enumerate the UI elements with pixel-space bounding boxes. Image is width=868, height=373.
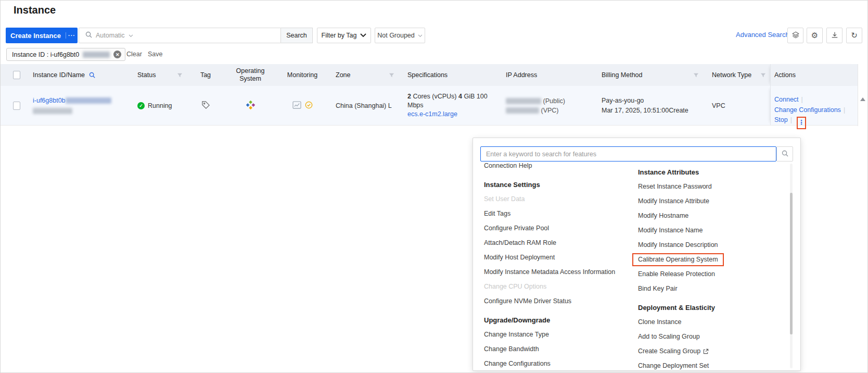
- filter-by-tag-button[interactable]: Filter by Tag: [317, 28, 371, 43]
- menu-item-modify-instance-description[interactable]: Modify Instance Description: [638, 238, 788, 252]
- search-scope-selector[interactable]: Automatic: [96, 32, 125, 39]
- row-checkbox-cell: [1, 86, 20, 125]
- search-icon: [782, 150, 788, 158]
- status-text: Running: [148, 102, 172, 109]
- billing-method-cell: Pay-as-you-go Mar 17, 2025, 10:51:00Crea…: [593, 86, 703, 125]
- menu-item-create-scaling-group[interactable]: Create Scaling Group: [638, 344, 788, 358]
- public-ip-label: (Public): [543, 97, 565, 105]
- zone-cell: China (Shanghai) L: [328, 86, 399, 125]
- group-mode-dropdown[interactable]: Not Grouped: [375, 28, 425, 43]
- more-actions-button[interactable]: ⋮: [797, 117, 806, 129]
- menu-item-attach-detach-ram-role[interactable]: Attach/Detach RAM Role: [484, 235, 634, 250]
- change-configurations-action-link[interactable]: Change Configurations: [774, 106, 841, 114]
- ip-address-cell: (Public) (VPC): [497, 86, 593, 125]
- menu-item-add-to-scaling-group[interactable]: Add to Scaling Group: [638, 329, 788, 344]
- filter-chip-label: Instance ID : i-uf6g8bt0: [12, 51, 79, 58]
- actions-cell: Connect| Change Configurations| Stop|⋮: [770, 86, 858, 125]
- menu-item-configure-private-pool[interactable]: Configure Private Pool: [484, 221, 634, 235]
- menu-item-change-instance-type[interactable]: Change Instance Type: [484, 327, 634, 342]
- advanced-search-link[interactable]: Advanced Search: [736, 31, 789, 39]
- billing-method: Pay-as-you-go: [602, 96, 703, 106]
- tag-icon[interactable]: [201, 101, 210, 111]
- menu-item-reset-instance-password[interactable]: Reset Instance Password: [638, 179, 788, 194]
- row-checkbox[interactable]: [13, 102, 20, 110]
- save-filters-link[interactable]: Save: [148, 51, 163, 58]
- settings-button[interactable]: ⚙: [807, 28, 823, 43]
- instance-table-row: i-uf6g8bt0b ✓ Running: [1, 86, 858, 126]
- menu-item-connection-help[interactable]: Connection Help: [484, 158, 634, 173]
- column-header-ip-address: IP Address: [497, 64, 593, 86]
- redacted-instance-id-suffix: [66, 97, 111, 104]
- column-header-network-type: Network Type: [703, 64, 770, 86]
- running-status-icon: ✓: [137, 102, 145, 109]
- menu-item-calibrate-operating-system[interactable]: Calibrate Operating System: [638, 252, 788, 267]
- chevron-down-icon: [418, 32, 423, 39]
- network-type-text: VPC: [712, 102, 770, 109]
- menu-item-change-deployment-set[interactable]: Change Deployment Set: [638, 358, 788, 373]
- menu-item-modify-host-deployment[interactable]: Modify Host Deployment: [484, 250, 634, 265]
- security-check-icon[interactable]: [305, 101, 313, 110]
- menu-item-change-bandwidth[interactable]: Change Bandwidth: [484, 342, 634, 356]
- create-instance-button[interactable]: Create Instance: [6, 32, 66, 40]
- column-header-actions: Actions: [770, 64, 858, 86]
- table-header-row: Instance ID/NameStatusTagOperating Syste…: [1, 64, 858, 86]
- dropdown-left-column: Connection HelpInstance SettingsSet User…: [484, 158, 634, 371]
- menu-item-modify-instance-name[interactable]: Modify Instance Name: [638, 223, 788, 238]
- operating-system-cell: [224, 86, 276, 125]
- stop-action-link[interactable]: Stop: [774, 116, 788, 123]
- dropdown-right-column: Instance AttributesReset Instance Passwo…: [638, 160, 788, 373]
- search-button[interactable]: Search: [281, 28, 313, 43]
- monitoring-cell: [276, 86, 328, 125]
- menu-item-change-configurations[interactable]: Change Configurations: [484, 356, 634, 371]
- menu-item-bind-key-pair[interactable]: Bind Key Pair: [638, 281, 788, 296]
- filter-funnel-icon[interactable]: [177, 72, 183, 78]
- spec-summary: 2 Cores (vCPUs) 4 GiB 100 Mbps: [407, 92, 492, 110]
- column-header-billing-method: Billing Method: [593, 64, 703, 86]
- refresh-button[interactable]: ↻: [846, 28, 862, 43]
- filter-funnel-icon[interactable]: [693, 72, 699, 78]
- instance-id-link[interactable]: i-uf6g8bt0b: [33, 95, 124, 106]
- external-link-icon: [703, 349, 709, 354]
- menu-item-enable-release-protection[interactable]: Enable Release Protection: [638, 267, 788, 281]
- download-icon: [831, 31, 838, 40]
- filter-funnel-icon[interactable]: [389, 72, 394, 78]
- zone-text: China (Shanghai) L: [336, 102, 399, 109]
- menu-item-modify-instance-attribute[interactable]: Modify Instance Attribute: [638, 194, 788, 208]
- dropdown-scrollbar-thumb[interactable]: [790, 193, 793, 334]
- menu-item-edit-tags[interactable]: Edit Tags: [484, 206, 634, 221]
- specifications-cell: 2 Cores (vCPUs) 4 GiB 100 Mbps ecs.e-c1m…: [399, 86, 497, 125]
- column-header-tag: Tag: [187, 64, 224, 86]
- close-icon[interactable]: ✕: [113, 51, 121, 58]
- clear-filters-link[interactable]: Clear: [126, 51, 142, 58]
- layers-icon: [792, 31, 799, 40]
- menu-item-modify-hostname[interactable]: Modify Hostname: [638, 208, 788, 223]
- column-header-operating-system: Operating System: [224, 64, 276, 86]
- export-button[interactable]: [826, 28, 843, 43]
- redacted-instance-name: [33, 108, 72, 114]
- connect-action-link[interactable]: Connect: [774, 96, 799, 103]
- instance-name: [33, 106, 124, 116]
- status-cell: ✓ Running: [124, 86, 187, 125]
- instance-type-link[interactable]: ecs.e-c1m2.large: [407, 110, 492, 119]
- layers-view-button[interactable]: [787, 28, 803, 43]
- redacted-instance-id: [83, 52, 110, 58]
- menu-item-clone-instance[interactable]: Clone Instance: [638, 315, 788, 329]
- tag-cell: [187, 86, 224, 125]
- select-all-checkbox[interactable]: [13, 71, 20, 79]
- column-header-monitoring: Monitoring: [276, 64, 328, 86]
- create-instance-more-button[interactable]: ···: [66, 32, 78, 39]
- menu-item-set-user-data: Set User Data: [484, 192, 634, 206]
- menu-item-modify-instance-metadata-access-information[interactable]: Modify Instance Metadata Access Informat…: [484, 265, 634, 279]
- resource-search-input[interactable]: Automatic: [79, 28, 281, 43]
- scroll-up-arrow-icon[interactable]: [860, 97, 865, 101]
- monitoring-chart-icon[interactable]: [292, 101, 301, 110]
- menu-item-configure-nvme-driver-status[interactable]: Configure NVMe Driver Status: [484, 294, 634, 308]
- select-all-checkbox-cell: [1, 64, 20, 86]
- table-vertical-scrollbar[interactable]: [858, 64, 868, 126]
- search-icon[interactable]: [89, 72, 95, 78]
- feature-search-button[interactable]: [776, 146, 793, 161]
- dropdown-scrollbar[interactable]: [790, 164, 793, 368]
- filter-funnel-icon[interactable]: [760, 72, 766, 78]
- search-icon: [85, 31, 92, 40]
- group-mode-label: Not Grouped: [377, 32, 415, 39]
